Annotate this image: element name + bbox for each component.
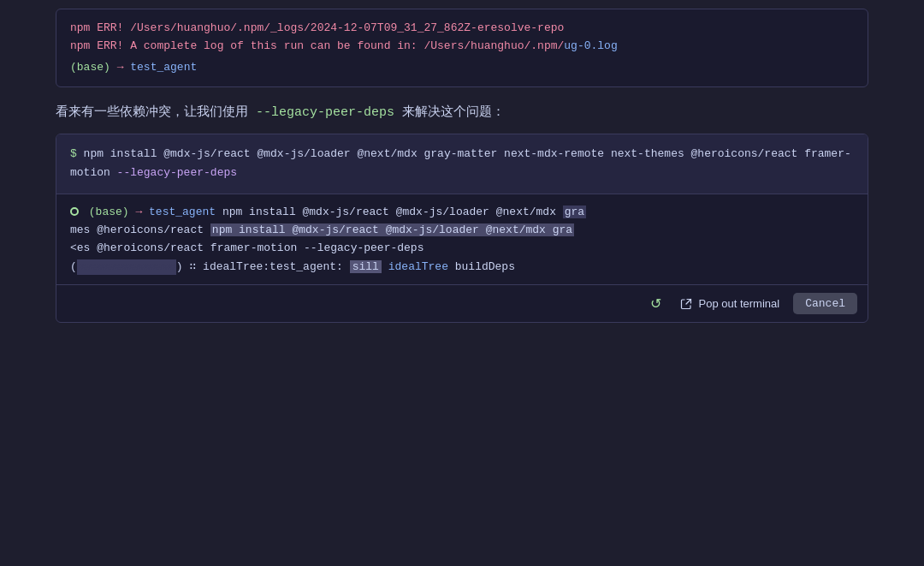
legacy-flag: --legacy-peer-deps xyxy=(256,105,394,120)
terminal-action-bar: ↺ Pop out terminal Cancel xyxy=(56,284,868,322)
output-line-4: (####################) ∷ idealTree:test_… xyxy=(70,258,854,276)
description-text: 看来有一些依赖冲突，让我们使用 --legacy-peer-deps 来解决这个… xyxy=(0,87,924,134)
dollar-sign: $ xyxy=(70,147,77,160)
pop-out-icon xyxy=(680,298,692,310)
err-line-1: npm ERR! /Users/huanghuo/.npm/_logs/2024… xyxy=(70,20,854,38)
command-flag: --legacy-peer-deps xyxy=(117,166,237,179)
prompt-line: (base) → test_agent xyxy=(70,59,854,77)
pop-out-terminal-button[interactable]: Pop out terminal xyxy=(673,294,787,313)
output-line-1: (base) → test_agent npm install @mdx-js/… xyxy=(70,203,854,221)
progress-bar: #################### xyxy=(77,259,176,275)
command-header: $ npm install @mdx-js/react @mdx-js/load… xyxy=(56,134,868,194)
top-terminal-block: npm ERR! /Users/huanghuo/.npm/_logs/2024… xyxy=(56,9,868,87)
refresh-button[interactable]: ↺ xyxy=(645,292,666,315)
command-block: $ npm install @mdx-js/react @mdx-js/load… xyxy=(56,134,868,323)
terminal-output: (base) → test_agent npm install @mdx-js/… xyxy=(56,194,868,285)
cancel-button[interactable]: Cancel xyxy=(793,293,857,314)
pop-out-label: Pop out terminal xyxy=(699,297,780,310)
refresh-icon: ↺ xyxy=(650,295,661,312)
output-line-2: mes @heroicons/react npm install @mdx-js… xyxy=(70,221,854,239)
err-line-2: npm ERR! A complete log of this run can … xyxy=(70,38,854,56)
circle-icon xyxy=(70,207,79,216)
output-line-3: <es @heroicons/react framer-motion --leg… xyxy=(70,239,854,257)
